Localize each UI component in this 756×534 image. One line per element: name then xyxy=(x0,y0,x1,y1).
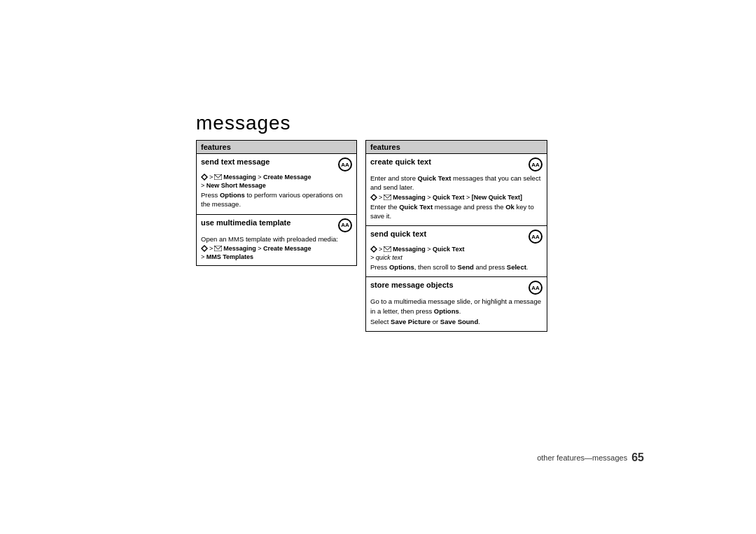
send-quick-text-icon: A xyxy=(528,230,542,244)
send-text-icon: A xyxy=(338,157,352,171)
sqt-envelope-icon xyxy=(384,246,391,252)
section-send-text: send text message A > xyxy=(197,154,356,215)
section-multimedia: use multimedia template A Open an MMS te… xyxy=(197,215,356,265)
section-create-quick-text: create quick text A Enter and store Quic… xyxy=(366,154,547,226)
multimedia-nav1: > Messaging > Create Message xyxy=(201,245,352,252)
cqt-nav-diamond-icon xyxy=(370,194,377,201)
store-objects-icon: A xyxy=(528,281,542,295)
left-column: features send text message A > xyxy=(196,140,357,332)
store-objects-body2: Select Save Picture or Save Sound. xyxy=(370,317,542,326)
left-features-table: features send text message A > xyxy=(196,140,357,266)
cqt-envelope-icon xyxy=(384,195,391,200)
section-store-objects: store message objects A Go to a multimed… xyxy=(366,277,547,331)
section-send-quick-text-title: send quick text A xyxy=(370,230,542,244)
multimedia-nav-diamond-icon xyxy=(201,245,208,252)
right-column: features create quick text A Enter and s… xyxy=(365,140,547,332)
multimedia-icon: A xyxy=(338,218,352,232)
create-quick-text-body2: Enter the Quick Text message and press t… xyxy=(370,202,542,221)
right-features-header: features xyxy=(366,141,547,154)
create-quick-text-body1: Enter and store Quick Text messages that… xyxy=(370,174,542,192)
section-send-text-title: send text message A xyxy=(201,157,352,171)
create-quick-text-nav: > Messaging > Quick Text > [New Quick Te… xyxy=(370,194,542,201)
left-features-header: features xyxy=(197,141,356,154)
envelope-icon xyxy=(214,174,222,180)
page-title: messages xyxy=(196,112,291,134)
page: messages features send text message A xyxy=(0,0,756,534)
multimedia-intro: Open an MMS template with preloaded medi… xyxy=(201,234,352,244)
section-create-quick-text-title: create quick text A xyxy=(370,157,542,171)
page-footer: other features—messages 65 xyxy=(537,451,644,464)
store-objects-body1: Go to a multimedia message slide, or hig… xyxy=(370,297,542,316)
send-quick-text-body: Press Options, then scroll to Send and p… xyxy=(370,262,542,272)
footer-text: other features—messages xyxy=(537,454,627,462)
section-multimedia-title: use multimedia template A xyxy=(201,218,352,232)
multimedia-envelope-icon xyxy=(214,246,222,251)
sqt-nav-diamond-icon xyxy=(370,246,377,253)
multimedia-nav2: > MMS Templates xyxy=(201,253,352,260)
content-area: messages features send text message A xyxy=(196,112,567,332)
two-col-layout: features send text message A > xyxy=(196,140,567,332)
create-quick-text-icon: A xyxy=(528,157,542,171)
nav-diamond-icon xyxy=(201,174,208,181)
section-send-quick-text: send quick text A > xyxy=(366,226,547,277)
send-text-nav2: > New Short Message xyxy=(201,182,352,189)
send-quick-text-nav2: > quick text xyxy=(370,254,542,261)
send-quick-text-nav1: > Messaging > Quick Text xyxy=(370,246,542,253)
right-features-table: features create quick text A Enter and s… xyxy=(365,140,547,332)
send-text-body: Press Options to perform various operati… xyxy=(201,190,352,209)
footer-page-number: 65 xyxy=(631,451,644,464)
send-text-nav1: > Messaging > Create Message xyxy=(201,174,352,181)
section-store-objects-title: store message objects A xyxy=(370,281,542,295)
